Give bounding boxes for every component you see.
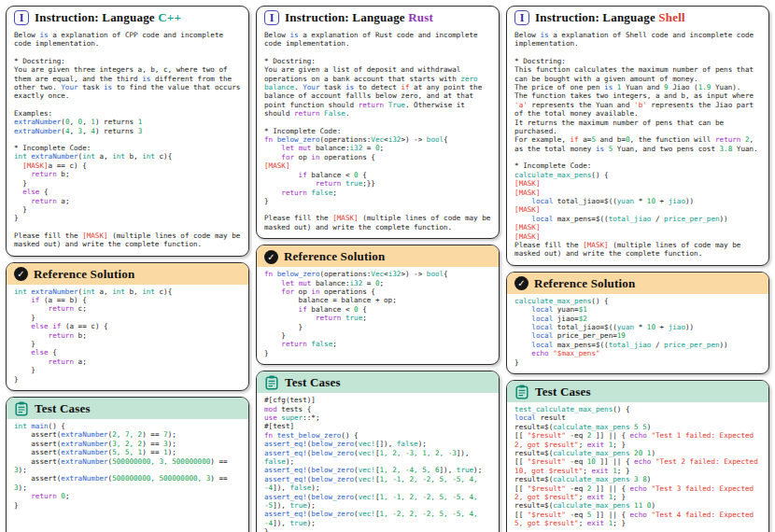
code-line: let mut balance:i32 = 0; xyxy=(264,279,491,287)
code-line: fn below_zero(operations:Vec<i32>) -> bo… xyxy=(264,270,491,278)
code-token: local xyxy=(531,331,553,340)
code-token: 10 xyxy=(647,323,655,331)
code-token: return xyxy=(294,109,319,118)
code-line: assert_eq!(below_zero(vec![1, -2, 2, -2,… xyxy=(264,510,491,527)
code-token: , xyxy=(69,127,78,135)
code-token: a; xyxy=(57,197,70,205)
code-line: calculate_max_pens() { xyxy=(514,297,761,305)
code-token xyxy=(14,197,31,205)
code-token: Jiao ( xyxy=(669,83,698,91)
code-line: It returns the maximum number of pens th… xyxy=(514,119,761,136)
test-cases-body: int main() { assert(extraNumber(2, 7, 2)… xyxy=(7,419,248,532)
code-token: (a == c) { xyxy=(61,322,107,330)
code-token: return xyxy=(31,197,56,205)
code-token: a; xyxy=(74,357,87,366)
code-token: true xyxy=(289,501,306,510)
code-token: 1, 2, -4, 5, 6 xyxy=(380,466,440,474)
code-token: * xyxy=(634,323,647,331)
code-token: int xyxy=(82,152,95,161)
code-line: } xyxy=(264,331,491,340)
code-line: } xyxy=(264,527,491,532)
code-token: )) xyxy=(685,197,694,205)
code-token: assert_eq! xyxy=(264,493,307,501)
check-icon: ✓ xyxy=(514,276,528,290)
code-line: [MASK] xyxy=(514,223,761,231)
code-token: else xyxy=(22,188,39,196)
code-token: ]), xyxy=(273,501,289,510)
code-token: a= xyxy=(579,135,592,144)
code-token: extraNumber xyxy=(61,448,107,456)
code-token: else xyxy=(31,322,48,330)
code-token: 500000000, 3, 500000000 xyxy=(112,457,210,466)
code-token: assert( xyxy=(14,457,61,466)
code-token xyxy=(264,279,281,287)
code-token xyxy=(264,189,281,197)
code-token: in xyxy=(311,153,319,161)
code-token: extraNumber xyxy=(14,118,61,126)
code-token: Yuan. xyxy=(732,145,757,153)
code-token: in xyxy=(311,287,319,296)
code-token: exit xyxy=(587,519,604,527)
code-token: true xyxy=(345,179,362,188)
test-cases-header: Test Cases xyxy=(257,371,499,393)
code-token: price_per_pen xyxy=(664,215,719,223)
code-token: use xyxy=(264,413,277,422)
code-token: int xyxy=(14,152,27,161)
code-token: return xyxy=(281,340,306,348)
code-line: You are given a list of deposit and with… xyxy=(264,65,491,118)
code-token: -eq xyxy=(566,431,587,440)
code-token: balance < xyxy=(307,171,354,179)
code-token: i32 xyxy=(350,144,363,152)
instruction-text-icon: I xyxy=(514,10,529,25)
code-token: ; xyxy=(362,314,367,322)
code-token: vec! xyxy=(359,449,375,457)
code-token: return xyxy=(31,492,56,500)
code-token: [[ xyxy=(514,484,528,493)
code-token: vec! xyxy=(359,510,375,518)
code-token: balance: xyxy=(311,144,349,152)
code-token: assert( xyxy=(14,430,61,439)
code-token: ::*; xyxy=(303,413,319,422)
code-line: Please fill the [MASK] (multiple lines o… xyxy=(264,214,491,231)
code-token: represents the Yuan and xyxy=(528,101,634,109)
code-token: * Incomplete Code: xyxy=(264,127,341,135)
code-token: max_pens=$(( xyxy=(553,215,608,223)
code-token: } xyxy=(264,197,269,205)
code-token: 3 xyxy=(138,127,143,135)
code-line: Examples: xyxy=(14,109,241,118)
code-token: * Incomplete Code: xyxy=(14,144,91,152)
code-token: return xyxy=(49,357,74,366)
code-token: )) xyxy=(685,323,694,331)
code-token: i32 xyxy=(350,279,363,287)
code-token: c; xyxy=(74,304,87,313)
code-line: This function calculates the maximum num… xyxy=(514,65,761,83)
code-token: * Docstring: xyxy=(514,57,566,65)
instruction-card: I Instruction: Language Shell Below is a… xyxy=(506,6,769,266)
code-token: . xyxy=(294,83,303,91)
code-token: is xyxy=(541,31,549,39)
code-line: result=$(calculate_max_pens 3 8) xyxy=(514,475,761,483)
code-token: () { xyxy=(613,405,629,413)
test-cases-title: Test Cases xyxy=(535,385,591,399)
code-token: calculate_max_pens xyxy=(553,501,629,510)
code-token: ; xyxy=(380,279,385,287)
code-token: extraNumber xyxy=(14,127,61,135)
code-token xyxy=(264,287,281,296)
code-token: total_jiao=$(( xyxy=(553,197,617,205)
code-token xyxy=(264,305,299,314)
code-token: assert_eq! xyxy=(264,466,307,474)
code-token: c){ xyxy=(155,287,172,296)
code-token: ]), xyxy=(273,519,289,527)
code-token: and b= xyxy=(596,135,626,144)
code-line: [[ "$result" -eq 5 ]] || { echo "Test 4 … xyxy=(514,511,761,528)
reference-solution-header: ✓ Reference Solution xyxy=(507,273,768,294)
code-line: Below is a explanation of Rust code and … xyxy=(264,31,491,49)
code-token: result=$( xyxy=(514,423,553,431)
instruction-body: Below is a explanation of CPP code and i… xyxy=(7,28,248,256)
code-token: ; xyxy=(65,492,70,500)
code-line: return c; xyxy=(14,304,241,313)
code-line: [MASK] xyxy=(514,205,761,214)
instruction-header: I Instruction: Language Shell xyxy=(507,7,768,28)
code-token: ) == xyxy=(210,457,232,466)
code-token: bool xyxy=(427,270,444,278)
